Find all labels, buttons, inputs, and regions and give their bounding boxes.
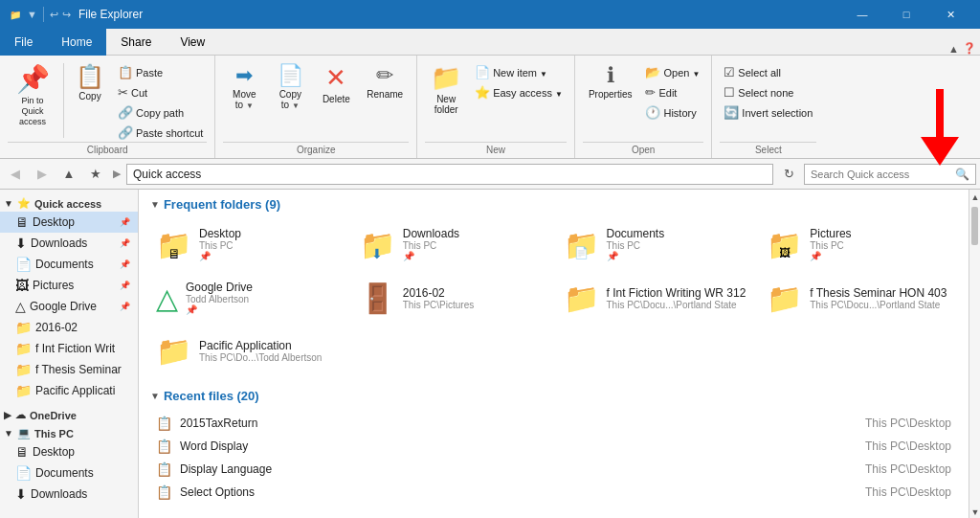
sidebar-item-this-pc-documents[interactable]: 📄 Documents (0, 462, 138, 484)
folder-2016-icon: 🚪 (360, 282, 395, 315)
move-to-button[interactable]: ➡ Moveto ▼ (223, 59, 265, 114)
refresh-button[interactable]: ↻ (777, 163, 800, 186)
this-pc-documents-icon: 📄 (15, 465, 32, 481)
maximize-button[interactable]: □ (884, 0, 928, 29)
up-button[interactable]: ▲ (57, 163, 80, 186)
paste-button[interactable]: 📋 Paste (114, 63, 207, 81)
new-folder-icon: 📁 (431, 63, 461, 93)
close-button[interactable]: ✕ (928, 0, 972, 29)
forward-button[interactable]: ▶ (31, 163, 54, 186)
this-pc-icon: 💻 (17, 427, 31, 439)
file-item-display[interactable]: 📋 Display Language This PC\Desktop (150, 459, 957, 480)
tab-file[interactable]: File (0, 29, 47, 56)
easy-access-button[interactable]: ⭐ Easy access ▼ (471, 83, 567, 101)
rename-button[interactable]: ✏ Rename (361, 59, 409, 103)
this-pc-chevron: ▼ (4, 428, 13, 439)
google-drive-icon: △ (15, 299, 26, 314)
file-item-tax[interactable]: 📋 2015TaxReturn This PC\Desktop (150, 413, 957, 434)
folder-name-google-drive: Google Drive (186, 281, 253, 294)
tab-home[interactable]: Home (47, 29, 106, 56)
sidebar-item-downloads[interactable]: ⬇ Downloads 📌 (0, 233, 138, 254)
folder-item-fiction[interactable]: 📁 f Int Fiction Writing WR 312 This PC\D… (558, 275, 754, 321)
thesis-label: f Thesis Seminar (35, 363, 122, 376)
sidebar-item-documents[interactable]: 📄 Documents 📌 (0, 254, 138, 275)
sidebar-item-fiction-writing[interactable]: 📁 f Int Fiction Writ (0, 338, 138, 359)
sidebar-item-this-pc-downloads[interactable]: ⬇ Downloads (0, 484, 138, 505)
properties-button[interactable]: ℹ Properties (583, 59, 638, 103)
folder-item-desktop[interactable]: 📁 🖥 Desktop This PC 📌 (150, 221, 346, 267)
address-path[interactable]: Quick access (126, 164, 773, 185)
folder-item-2016-02[interactable]: 🚪 2016-02 This PC\Pictures (354, 275, 550, 321)
minimize-button[interactable]: — (840, 0, 884, 29)
select-all-button[interactable]: ☑ Select all (720, 63, 785, 81)
path-text: Quick access (133, 168, 201, 181)
folder-item-downloads[interactable]: 📁 ⬇ Downloads This PC 📌 (354, 221, 550, 267)
folder-item-documents[interactable]: 📁 📄 Documents This PC 📌 (558, 221, 754, 267)
ribbon: 📌 Pin to Quickaccess 📋 Copy 📋 Paste (0, 56, 980, 159)
folder-item-pacific[interactable]: 📁 Pacific Application This PC\Do...\Todd… (150, 328, 346, 373)
folder-name-2016: 2016-02 (403, 286, 474, 300)
this-pc-downloads-icon: ⬇ (15, 486, 27, 502)
back-button[interactable]: ◀ (4, 163, 27, 186)
documents-icon: 📄 (15, 257, 32, 272)
google-drive-folder-icon: △ (156, 282, 178, 315)
pictures-folder-icon: 📁 🖼 (767, 228, 802, 261)
downloads-pin: 📌 (403, 251, 459, 261)
sidebar-item-google-drive[interactable]: △ Google Drive 📌 (0, 296, 138, 317)
file-item-word[interactable]: 📋 Word Display This PC\Desktop (150, 436, 957, 457)
paste-shortcut-button[interactable]: 🔗 Paste shortcut (114, 124, 207, 142)
invert-selection-button[interactable]: 🔄 Invert selection (720, 103, 816, 122)
pin-icon: 📌 (16, 63, 50, 95)
folder-name-thesis: f Thesis Seminar HON 403 (810, 286, 947, 300)
cut-icon: ✂ (118, 85, 128, 100)
recent-locations-button[interactable]: ★ (84, 163, 107, 186)
file-item-select[interactable]: 📋 Select Options This PC\Desktop (150, 482, 957, 503)
copy-icon: 📋 (76, 63, 104, 90)
pacific-label: Pacific Applicati (35, 384, 115, 397)
history-button[interactable]: 🕐 History (641, 103, 703, 122)
folder-name-downloads: Downloads (403, 227, 459, 240)
file-select-path: This PC\Desktop (865, 485, 951, 499)
recent-chevron[interactable]: ▼ (150, 391, 160, 401)
this-pc-downloads-label: Downloads (31, 487, 87, 501)
sidebar-item-2016-02[interactable]: 📁 2016-02 (0, 317, 138, 338)
edit-button[interactable]: ✏ Edit (641, 83, 703, 101)
sidebar-item-this-pc-desktop[interactable]: 🖥 Desktop (0, 441, 138, 462)
documents-pin: 📌 (607, 251, 665, 261)
copy-to-button[interactable]: 📄 Copyto ▼ (269, 59, 311, 114)
pin-label: Pin to Quickaccess (13, 96, 52, 126)
copy-path-button[interactable]: 🔗 Copy path (114, 103, 207, 122)
cut-button[interactable]: ✂ Cut (114, 83, 207, 101)
sidebar-item-thesis-seminar[interactable]: 📁 f Thesis Seminar (0, 359, 138, 380)
sidebar-item-pacific-app[interactable]: 📁 Pacific Applicati (0, 380, 138, 401)
select-none-button[interactable]: ☐ Select none (720, 83, 797, 101)
new-folder-button[interactable]: 📁 Newfolder (425, 59, 467, 119)
delete-button[interactable]: ✕ Delete (315, 59, 357, 108)
folder-item-pictures[interactable]: 📁 🖼 Pictures This PC 📌 (761, 221, 957, 267)
file-select-name: Select Options (180, 485, 858, 499)
folder-path-thesis: This PC\Docu...\Portland State (810, 300, 947, 310)
scroll-track[interactable]: ▲ ▼ (969, 190, 980, 518)
copy-button[interactable]: 📋 Copy (70, 59, 110, 105)
folder-info-google-drive: Google Drive Todd Albertson 📌 (186, 281, 253, 315)
file-display-name: Display Language (180, 462, 858, 476)
tab-view[interactable]: View (166, 29, 219, 56)
open-icon: 📂 (645, 65, 660, 79)
search-box[interactable]: 🔍 (804, 164, 976, 185)
folder-item-thesis[interactable]: 📁 f Thesis Seminar HON 403 This PC\Docu.… (761, 275, 957, 321)
tab-share[interactable]: Share (106, 29, 166, 56)
frequent-chevron[interactable]: ▼ (150, 199, 160, 210)
new-item-button[interactable]: 📄 New item ▼ (471, 63, 567, 81)
sidebar-item-desktop[interactable]: 🖥 Desktop 📌 (0, 212, 138, 233)
fiction-icon: 📁 (15, 341, 32, 356)
scroll-thumb[interactable] (971, 207, 978, 245)
documents-label: Documents (35, 258, 94, 271)
sidebar-item-pictures[interactable]: 🖼 Pictures 📌 (0, 275, 138, 296)
search-input[interactable] (811, 169, 955, 180)
pin-to-quick-access-button[interactable]: 📌 Pin to Quickaccess (8, 59, 57, 130)
invert-selection-icon: 🔄 (724, 105, 739, 120)
folder-item-google-drive[interactable]: △ Google Drive Todd Albertson 📌 (150, 275, 346, 321)
file-display-path: This PC\Desktop (865, 462, 951, 476)
this-pc-label: This PC (34, 428, 74, 439)
open-button[interactable]: 📂 Open ▼ (641, 63, 703, 81)
